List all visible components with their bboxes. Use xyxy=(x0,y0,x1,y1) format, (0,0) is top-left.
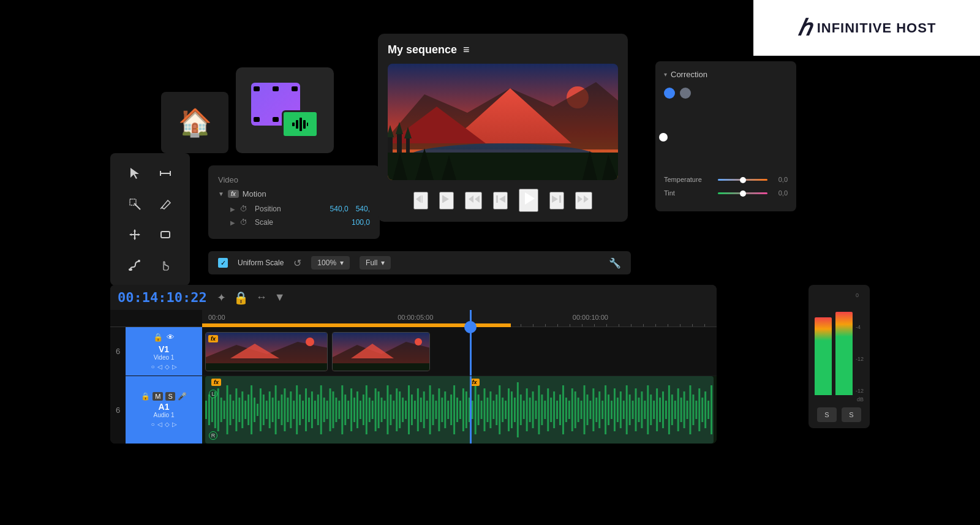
svg-rect-94 xyxy=(302,401,304,419)
step-forward-button[interactable] xyxy=(549,192,564,210)
v1-ctrl-1[interactable]: ○ xyxy=(151,363,154,370)
vu-scale: 0 -4 -12 -12 xyxy=(856,291,864,395)
in-point-button[interactable] xyxy=(439,192,454,210)
home-panel[interactable]: 🏠 xyxy=(161,92,228,153)
properties-panel: Video ▼ fx Motion ▶ ⏱ Position 540,0 540… xyxy=(208,165,380,239)
snap-tool-button[interactable]: ✦ xyxy=(217,291,226,304)
svg-rect-163 xyxy=(511,391,513,428)
svg-rect-187 xyxy=(584,385,586,434)
hand-tool-button[interactable] xyxy=(153,252,178,278)
svg-rect-210 xyxy=(653,401,655,419)
svg-rect-69 xyxy=(227,385,228,434)
a1-ctrl-1[interactable]: ○ xyxy=(151,421,154,428)
preview-menu-icon[interactable]: ≡ xyxy=(463,43,470,56)
correction-dot-gray[interactable] xyxy=(680,88,691,99)
logo-brand: INFINITIVE HOST xyxy=(817,20,937,36)
a1-track-icon-m[interactable]: M xyxy=(153,392,163,401)
v1-track-name: V1 xyxy=(159,344,169,354)
vu-s-left-button[interactable]: S xyxy=(817,407,837,422)
svg-rect-99 xyxy=(317,395,319,425)
svg-rect-148 xyxy=(466,391,467,428)
video-clip-1[interactable]: fx xyxy=(205,332,328,371)
step-back-button[interactable] xyxy=(493,192,508,210)
clip-1-fx-badge: fx xyxy=(208,335,218,342)
uniform-scale-checkbox[interactable]: ✓ xyxy=(218,258,228,268)
zoom-dropdown[interactable]: 100% ▾ xyxy=(311,256,350,270)
audio-wave-icon xyxy=(291,116,309,132)
svg-rect-16 xyxy=(161,232,170,238)
svg-rect-191 xyxy=(595,398,597,422)
a1-track-icon-s[interactable]: S xyxy=(165,392,175,401)
settings-wrench-icon[interactable]: 🔧 xyxy=(609,257,621,269)
a1-ctrl-4[interactable]: ▷ xyxy=(172,421,177,428)
selection-tool-button[interactable] xyxy=(122,191,148,217)
position-value1: 540,0 xyxy=(330,205,349,213)
audio-clip-1[interactable]: fx fx L xyxy=(205,376,714,444)
svg-rect-63 xyxy=(208,395,210,425)
temperature-thumb[interactable] xyxy=(740,177,746,183)
vu-buttons: S S xyxy=(815,407,864,422)
svg-rect-142 xyxy=(447,401,449,419)
a1-track-controls: ○ ◁ ◇ ▷ xyxy=(151,421,176,428)
svg-rect-200 xyxy=(623,401,625,419)
preview-scene-svg xyxy=(388,64,618,180)
paint-tool-button[interactable] xyxy=(122,252,148,278)
rectangle-tool-button[interactable] xyxy=(153,222,178,247)
vu-s-right-button[interactable]: S xyxy=(842,407,861,422)
svg-rect-92 xyxy=(296,385,298,434)
v1-ctrl-3[interactable]: ◇ xyxy=(165,363,170,370)
home-icon[interactable]: 🏠 xyxy=(178,107,212,138)
svg-rect-138 xyxy=(435,401,437,419)
svg-point-18 xyxy=(129,268,132,271)
svg-rect-101 xyxy=(323,398,325,422)
svg-rect-162 xyxy=(508,388,510,431)
video-clip-2[interactable] xyxy=(332,332,430,371)
svg-rect-79 xyxy=(257,404,258,416)
trim-tool-button[interactable] xyxy=(153,161,178,186)
correction-dot-blue[interactable] xyxy=(664,88,675,99)
v1-label-row: 6 🔒 👁 V1 Video 1 ○ ◁ ◇ ▷ xyxy=(110,327,202,376)
svg-point-55 xyxy=(306,338,314,346)
quality-dropdown[interactable]: Full ▾ xyxy=(360,256,391,270)
play-button[interactable] xyxy=(519,189,538,212)
zoom-value: 100% xyxy=(317,259,336,267)
playhead-line[interactable] xyxy=(470,310,472,327)
media-panel[interactable] xyxy=(236,67,334,153)
prop-chevron-icon: ▶ xyxy=(230,206,235,213)
prop-chevron-scale-icon: ▶ xyxy=(230,219,235,226)
fx-badge: fx xyxy=(228,190,239,198)
zoom-chevron-icon: ▾ xyxy=(340,259,344,267)
add-marker-button[interactable]: ▼ xyxy=(274,291,285,304)
pen-tool-button[interactable] xyxy=(153,191,178,217)
tint-track[interactable] xyxy=(718,192,767,194)
correction-handle[interactable] xyxy=(659,133,668,142)
temperature-track[interactable] xyxy=(718,179,767,181)
svg-rect-67 xyxy=(221,398,222,422)
rewind-button[interactable] xyxy=(465,192,482,210)
svg-rect-223 xyxy=(692,395,694,425)
svg-point-60 xyxy=(415,338,422,346)
position-value2: 540, xyxy=(356,205,370,213)
prev-keyframe-button[interactable] xyxy=(413,192,428,210)
v1-ctrl-4[interactable]: ▷ xyxy=(172,363,177,370)
svg-rect-150 xyxy=(472,401,473,419)
svg-rect-173 xyxy=(541,395,543,425)
v1-ctrl-2[interactable]: ◁ xyxy=(157,363,162,370)
reset-button[interactable]: ↺ xyxy=(293,257,301,269)
timeline-panel: 00:14:10:22 ✦ 🔒 ↔ ▼ 6 🔒 👁 V1 Vid xyxy=(110,285,717,444)
a1-ctrl-3[interactable]: ◇ xyxy=(165,421,170,428)
svg-rect-121 xyxy=(383,401,385,419)
svg-rect-217 xyxy=(674,401,676,419)
select-tool-button[interactable] xyxy=(122,161,148,186)
timeline-clips-area: 00:00 00:00:05:00 00:00:10:00 xyxy=(202,310,717,444)
svg-rect-61 xyxy=(333,363,430,371)
link-tool-button[interactable]: ↔ xyxy=(256,291,267,304)
vu-db-label: dB xyxy=(815,396,864,402)
marker-tool-button[interactable]: 🔒 xyxy=(233,290,249,305)
tint-thumb[interactable] xyxy=(740,191,746,197)
svg-rect-56 xyxy=(206,363,328,371)
vu-scale-neg12a: -12 xyxy=(856,356,864,362)
move-tool-button[interactable] xyxy=(122,222,148,247)
a1-ctrl-2[interactable]: ◁ xyxy=(157,421,162,428)
fast-forward-button[interactable] xyxy=(575,192,592,210)
